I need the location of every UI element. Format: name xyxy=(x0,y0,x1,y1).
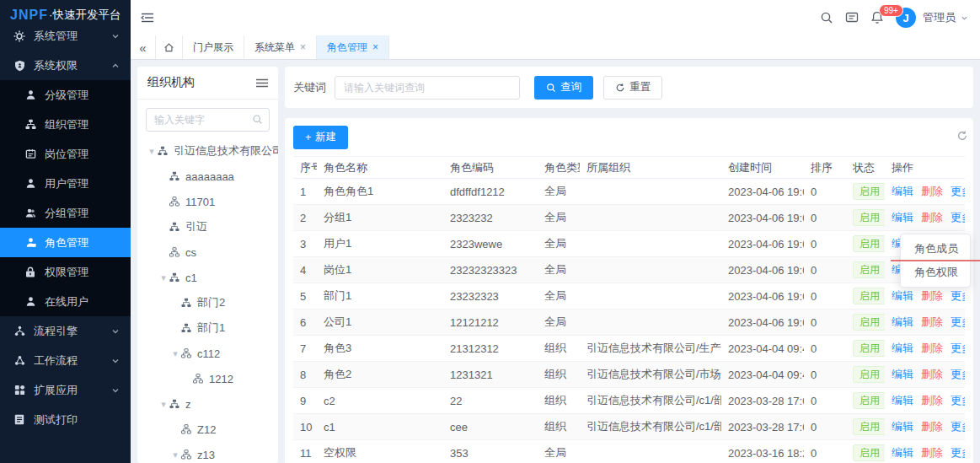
delete-link[interactable]: 删除 xyxy=(921,393,943,408)
tree-node[interactable]: ▾z xyxy=(137,391,278,417)
search-icon xyxy=(546,83,556,93)
sidebar-item-test-print[interactable]: 测试打印 xyxy=(0,405,131,434)
tree-node[interactable]: 部门1 xyxy=(137,315,278,341)
sidebar-item-online-users[interactable]: 在线用户 xyxy=(0,287,131,316)
tab-label: 系统菜单 xyxy=(254,40,295,55)
collapse-tabs-button[interactable]: « xyxy=(131,35,156,59)
logo-suffix-text: ·快速开发平台 xyxy=(49,8,121,23)
search-icon[interactable] xyxy=(820,11,833,24)
tree-node-label: Z12 xyxy=(197,423,216,436)
delete-link[interactable]: 删除 xyxy=(921,315,943,330)
tree-node[interactable]: ▾c112 xyxy=(137,341,278,366)
delete-link[interactable]: 删除 xyxy=(921,445,943,460)
chevron-up-icon xyxy=(111,62,120,70)
dropdown-item-role-permissions[interactable]: 角色权限 xyxy=(901,261,970,284)
tree-search-input[interactable] xyxy=(146,108,270,132)
status-badge: 启用 xyxy=(853,392,885,409)
dropdown-item-role-members[interactable]: 角色成员 xyxy=(901,237,970,261)
tree-node-company[interactable]: ▾引迈信息技术有限公司 xyxy=(137,138,278,164)
column-header: 角色编码 xyxy=(443,160,538,175)
tree-node[interactable]: ▾z13 xyxy=(137,442,278,463)
more-link[interactable]: 更多 xyxy=(951,367,965,382)
delete-link[interactable]: 删除 xyxy=(921,419,943,434)
tree-node[interactable]: 部门2 xyxy=(137,290,278,315)
tree-node[interactable]: 11701 xyxy=(137,189,278,214)
sidebar-item-user-management[interactable]: 用户管理 xyxy=(0,169,131,198)
tree-node-label: z xyxy=(185,398,191,411)
table-toolbar: + 新建 xyxy=(293,118,965,156)
sidebar-item-process-engine[interactable]: 流程引擎 xyxy=(0,316,131,346)
sidebar-item-grading-management[interactable]: 分级管理 xyxy=(0,80,131,110)
close-icon[interactable]: × xyxy=(372,41,378,53)
delete-link[interactable]: 删除 xyxy=(921,210,943,225)
sidebar-item-system-permission[interactable]: 系统权限 xyxy=(0,51,131,80)
delete-link[interactable]: 删除 xyxy=(921,367,943,382)
more-link[interactable]: 更多 xyxy=(951,419,965,434)
tree-node[interactable]: 引迈 xyxy=(137,214,278,240)
edit-link[interactable]: 编辑 xyxy=(892,341,913,356)
caret-icon[interactable]: ▾ xyxy=(169,450,181,460)
tree-node-label: 11701 xyxy=(185,196,215,208)
edit-link[interactable]: 编辑 xyxy=(892,184,913,199)
plus-icon: + xyxy=(305,132,311,143)
menu-fold-icon[interactable] xyxy=(141,12,154,24)
edit-link[interactable]: 编辑 xyxy=(892,419,913,434)
tree-node[interactable]: Z12 xyxy=(137,417,278,442)
sidebar-item-organization-management[interactable]: 组织管理 xyxy=(0,110,131,139)
tab-portal-display[interactable]: 门户展示 xyxy=(183,35,244,59)
new-button[interactable]: + 新建 xyxy=(293,126,348,149)
more-link[interactable]: 更多 xyxy=(951,445,965,460)
close-icon[interactable]: × xyxy=(300,41,306,53)
message-icon[interactable] xyxy=(845,11,859,24)
tree-node[interactable]: aaaaaaaa xyxy=(137,164,278,189)
table-row: 3用户12323wewe全局2023-04-06 19:080 启用 编辑删除更… xyxy=(293,231,965,257)
more-link[interactable]: 更多 xyxy=(951,210,965,225)
more-link[interactable]: 更多 xyxy=(951,184,965,199)
panel-menu-icon[interactable] xyxy=(256,78,268,88)
edit-link[interactable]: 编辑 xyxy=(892,445,913,460)
sidebar-item-group-management[interactable]: 分组管理 xyxy=(0,198,131,228)
edit-link[interactable]: 编辑 xyxy=(892,393,913,408)
more-link[interactable]: 更多 xyxy=(951,341,965,356)
edit-link[interactable]: 编辑 xyxy=(892,367,913,382)
tree-node-label: aaaaaaaa xyxy=(185,170,234,183)
delete-link[interactable]: 删除 xyxy=(921,288,943,304)
organization-panel-header: 组织机构 xyxy=(137,67,278,100)
sidebar-item-position-management[interactable]: 岗位管理 xyxy=(0,139,131,169)
sidebar: 代码生成 系统管理 系统权限 分级管理 组织管理 岗位管理 xyxy=(0,0,131,463)
more-link[interactable]: 更多 xyxy=(951,393,965,408)
edit-link[interactable]: 编辑 xyxy=(892,288,913,304)
column-header: 角色名称 xyxy=(317,160,443,175)
tree-node[interactable]: cs xyxy=(137,240,278,265)
user-name[interactable]: 管理员 xyxy=(923,10,956,25)
delete-link[interactable]: 删除 xyxy=(921,341,943,356)
tab-role-management[interactable]: 角色管理 × xyxy=(317,35,389,59)
sidebar-item-extended-apps[interactable]: 扩展应用 xyxy=(0,375,131,405)
tree-node[interactable]: ▾c1 xyxy=(137,265,278,290)
delete-link[interactable]: 删除 xyxy=(921,184,943,199)
badge-icon xyxy=(24,148,37,161)
caret-icon[interactable]: ▾ xyxy=(158,399,169,410)
edit-link[interactable]: 编辑 xyxy=(892,315,913,330)
bell-icon[interactable]: 99+ xyxy=(870,11,884,24)
edit-link[interactable]: 编辑 xyxy=(892,210,913,225)
caret-icon[interactable]: ▾ xyxy=(146,146,158,157)
tree-node[interactable]: 1212 xyxy=(137,366,278,391)
role-table-card: + 新建 序号 角色名称 角色编码 角色类型 所属组织 创建时间 排序 状态 操… xyxy=(285,118,973,463)
caret-icon[interactable]: ▾ xyxy=(158,272,169,283)
sidebar-item-permission-management[interactable]: 权限管理 xyxy=(0,257,131,287)
tree-node-label: 部门2 xyxy=(197,295,225,310)
keyword-input[interactable] xyxy=(335,76,520,100)
more-link[interactable]: 更多 xyxy=(951,288,965,304)
sidebar-item-role-management[interactable]: 角色管理 xyxy=(0,228,131,257)
sidebar-item-workflow[interactable]: 工作流程 xyxy=(0,346,131,375)
home-tab[interactable] xyxy=(156,35,183,59)
table-row: 7角色321312312组织引迈信息技术有限公司/生产部2023-04-04 0… xyxy=(293,336,965,362)
column-header: 状态 xyxy=(846,160,885,175)
search-button[interactable]: 查询 xyxy=(534,76,593,100)
tab-system-menu[interactable]: 系统菜单 × xyxy=(244,35,317,59)
more-link[interactable]: 更多 xyxy=(951,315,965,330)
refresh-icon[interactable] xyxy=(956,130,968,142)
reset-button[interactable]: 重置 xyxy=(603,76,662,100)
caret-icon[interactable]: ▾ xyxy=(169,348,181,359)
